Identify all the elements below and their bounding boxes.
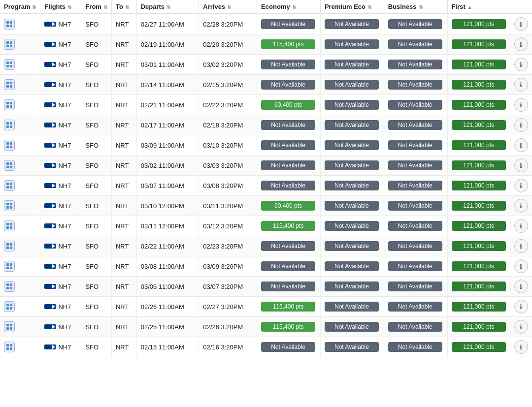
flight-number: NH7 xyxy=(58,142,71,149)
sort-arrow-program: ⇅ xyxy=(32,4,36,10)
cell-departs: 03/11 12:00PM xyxy=(136,216,199,236)
info-button[interactable]: ℹ xyxy=(514,98,528,112)
svg-rect-20 xyxy=(6,122,9,125)
cell-first: 121,000 pts xyxy=(447,216,510,236)
cell-arrives: 03/08 3:20PM xyxy=(199,176,257,196)
cell-program xyxy=(0,196,40,216)
cell-premium-eco: Not Available xyxy=(320,337,384,357)
info-button[interactable]: ℹ xyxy=(514,259,528,273)
cell-to: NRT xyxy=(111,337,136,357)
info-button[interactable]: ℹ xyxy=(514,58,528,71)
header-first[interactable]: First▲ xyxy=(447,0,510,14)
svg-rect-60 xyxy=(6,324,9,326)
svg-rect-10 xyxy=(6,65,9,67)
cell-to: NRT xyxy=(111,55,136,75)
svg-rect-19 xyxy=(10,105,12,108)
cell-info: ℹ xyxy=(510,277,532,297)
svg-rect-12 xyxy=(6,82,9,84)
program-icon xyxy=(4,59,15,70)
info-button[interactable]: ℹ xyxy=(514,37,528,51)
cell-flights: NH7 xyxy=(40,297,81,317)
svg-rect-45 xyxy=(10,243,12,246)
program-icon xyxy=(4,241,15,251)
sort-arrow-flights: ⇅ xyxy=(67,4,71,10)
first-badge: 121,000 pts xyxy=(452,302,506,312)
flights-table: Program⇅Flights⇅From⇅To⇅Departs⇅Arrives⇅… xyxy=(0,0,532,357)
cell-economy: Not Available xyxy=(257,277,321,297)
info-button[interactable]: ℹ xyxy=(514,280,528,293)
sort-arrow-departs: ⇅ xyxy=(166,4,170,10)
cell-info: ℹ xyxy=(510,55,532,75)
cell-economy: Not Available xyxy=(257,14,321,34)
cell-from: SFO xyxy=(81,156,112,176)
airline-logo xyxy=(44,324,56,329)
cell-departs: 03/07 11:00AM xyxy=(136,176,199,196)
info-button[interactable]: ℹ xyxy=(514,17,528,31)
program-icon xyxy=(4,140,15,151)
economy-badge: Not Available xyxy=(261,140,315,150)
economy-badge: 115,400 pts xyxy=(261,221,315,231)
cell-business: Not Available xyxy=(384,156,447,176)
cell-business: Not Available xyxy=(384,14,447,34)
info-button[interactable]: ℹ xyxy=(514,138,528,152)
cell-program xyxy=(0,115,40,135)
cell-economy: Not Available xyxy=(257,55,321,75)
header-departs[interactable]: Departs⇅ xyxy=(136,0,199,14)
premium-eco-badge: Not Available xyxy=(325,201,379,211)
info-button[interactable]: ℹ xyxy=(514,340,528,354)
header-business[interactable]: Business⇅ xyxy=(384,0,447,14)
header-premium_eco[interactable]: Premium Eco⇅ xyxy=(320,0,384,14)
first-badge: 121,000 pts xyxy=(452,120,506,130)
cell-flights: NH7 xyxy=(40,236,81,256)
info-button[interactable]: ℹ xyxy=(514,118,528,132)
header-economy[interactable]: Economy⇅ xyxy=(257,0,321,14)
svg-rect-21 xyxy=(10,122,12,125)
cell-flights: NH7 xyxy=(40,95,81,115)
cell-business: Not Available xyxy=(384,135,447,156)
info-button[interactable]: ℹ xyxy=(514,300,528,313)
program-icon xyxy=(4,99,15,110)
info-button[interactable]: ℹ xyxy=(514,158,528,172)
cell-first: 121,000 pts xyxy=(447,95,510,115)
flight-number: NH7 xyxy=(58,263,71,270)
header-flights[interactable]: Flights⇅ xyxy=(40,0,81,14)
first-badge: 121,000 pts xyxy=(452,342,506,352)
cell-info: ℹ xyxy=(510,34,532,55)
cell-first: 121,000 pts xyxy=(447,297,510,317)
info-button[interactable]: ℹ xyxy=(514,320,528,334)
cell-departs: 03/01 11:00AM xyxy=(136,55,199,75)
business-badge: Not Available xyxy=(388,160,442,170)
svg-rect-23 xyxy=(10,125,12,128)
cell-to: NRT xyxy=(111,297,136,317)
info-button[interactable]: ℹ xyxy=(514,179,528,192)
cell-premium-eco: Not Available xyxy=(320,75,384,95)
svg-rect-34 xyxy=(6,186,9,188)
header-arrives[interactable]: Arrives⇅ xyxy=(199,0,257,14)
svg-rect-32 xyxy=(6,183,9,185)
cell-arrives: 02/26 3:20PM xyxy=(199,317,257,337)
cell-premium-eco: Not Available xyxy=(320,34,384,55)
table-row: NH7SFONRT03/02 11:00AM03/03 3:20PMNot Av… xyxy=(0,156,532,176)
cell-info: ℹ xyxy=(510,176,532,196)
cell-from: SFO xyxy=(81,256,112,277)
cell-program xyxy=(0,317,40,337)
cell-to: NRT xyxy=(111,75,136,95)
economy-badge: 60,400 pts xyxy=(261,100,315,110)
cell-first: 121,000 pts xyxy=(447,55,510,75)
header-from[interactable]: From⇅ xyxy=(81,0,112,14)
airline-logo xyxy=(44,82,56,87)
header-program[interactable]: Program⇅ xyxy=(0,0,40,14)
info-button[interactable]: ℹ xyxy=(514,199,528,213)
info-button[interactable]: ℹ xyxy=(514,239,528,253)
business-badge: Not Available xyxy=(388,302,442,312)
table-row: NH7SFONRT03/07 11:00AM03/08 3:20PMNot Av… xyxy=(0,176,532,196)
info-button[interactable]: ℹ xyxy=(514,219,528,233)
header-to[interactable]: To⇅ xyxy=(111,0,136,14)
cell-flights: NH7 xyxy=(40,337,81,357)
airline-logo xyxy=(44,42,56,47)
flight-number: NH7 xyxy=(58,61,71,68)
sort-arrow-first: ▲ xyxy=(467,4,472,10)
cell-economy: 115,400 pts xyxy=(257,34,321,55)
economy-badge: Not Available xyxy=(261,261,315,271)
info-button[interactable]: ℹ xyxy=(514,78,528,92)
